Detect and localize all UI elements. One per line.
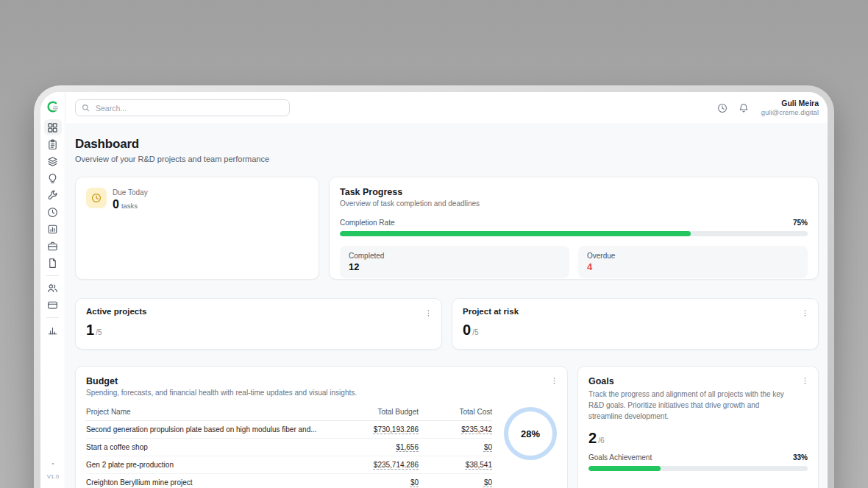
active-projects-title: Active projects bbox=[86, 307, 431, 316]
budget-total-cost: $0 bbox=[419, 478, 492, 487]
sidebar-item-billing[interactable] bbox=[44, 297, 62, 313]
completion-rate-label: Completion Rate bbox=[340, 219, 394, 227]
user-menu[interactable]: Guli Meira guli@creme.digital bbox=[761, 99, 819, 117]
completed-box: Completed 12 bbox=[340, 246, 569, 278]
sidebar-item-dashboard[interactable] bbox=[44, 119, 62, 135]
budget-title: Budget bbox=[86, 376, 557, 386]
budget-total-cost-link[interactable]: $0 bbox=[484, 478, 492, 487]
bar-chart-icon bbox=[47, 325, 58, 336]
sidebar-item-reports[interactable] bbox=[44, 221, 62, 237]
completion-rate-bar-fill bbox=[340, 231, 691, 236]
sidebar-divider bbox=[46, 275, 59, 276]
kebab-menu-icon[interactable] bbox=[800, 373, 811, 389]
due-today-badge bbox=[86, 188, 107, 208]
topbar: Guli Meira guli@creme.digital bbox=[66, 92, 828, 124]
sidebar-item-projects[interactable] bbox=[44, 153, 62, 169]
search-input[interactable] bbox=[94, 103, 283, 113]
budget-total-budget-link[interactable]: $235,714.286 bbox=[374, 461, 419, 469]
budget-table-body: Second generation propulsion plate based… bbox=[86, 421, 492, 488]
credit-card-icon bbox=[47, 300, 58, 311]
sidebar-divider bbox=[46, 317, 59, 318]
budget-project-name: Creighton Beryllium mine project bbox=[86, 478, 334, 487]
app-window: • V1.0 Guli Meira gul bbox=[40, 92, 828, 488]
goals-achievement-bar bbox=[588, 466, 808, 471]
kebab-menu-icon[interactable] bbox=[423, 305, 434, 322]
goals-achievement-value: 33% bbox=[793, 453, 808, 462]
budget-total-cost: $235,342 bbox=[419, 425, 492, 434]
budget-total-cost-link[interactable]: $38,541 bbox=[466, 461, 492, 469]
budget-total-cost-link[interactable]: $0 bbox=[484, 443, 492, 451]
bell-icon[interactable] bbox=[739, 103, 749, 113]
overdue-value: 4 bbox=[587, 261, 799, 272]
completion-rate-bar bbox=[340, 231, 808, 236]
project-at-risk-value: 0 bbox=[463, 322, 471, 338]
sidebar-item-tools[interactable] bbox=[44, 187, 62, 203]
kebab-menu-icon[interactable] bbox=[549, 373, 560, 389]
budget-total-budget: $1,656 bbox=[334, 443, 419, 451]
kebab-menu-icon[interactable] bbox=[800, 305, 811, 322]
budget-total-budget-link[interactable]: $730,193.286 bbox=[374, 425, 419, 434]
sidebar-item-documents[interactable] bbox=[44, 255, 62, 271]
page-subtitle: Overview of your R&D projects and team p… bbox=[75, 155, 819, 163]
clock-icon bbox=[47, 207, 58, 218]
document-icon bbox=[47, 258, 58, 269]
task-progress-subtitle: Overview of task completion and deadline… bbox=[340, 199, 808, 208]
completed-value: 12 bbox=[349, 261, 561, 272]
overdue-box: Overdue 4 bbox=[578, 246, 808, 278]
completion-rate-value: 75% bbox=[793, 219, 808, 227]
chart-board-icon bbox=[47, 224, 58, 235]
task-progress-title: Task Progress bbox=[340, 187, 808, 197]
active-projects-denominator: /5 bbox=[96, 328, 102, 336]
clock-icon bbox=[91, 193, 102, 203]
search-box[interactable] bbox=[75, 99, 290, 116]
due-today-label: Due Today bbox=[113, 188, 148, 197]
active-projects-value: 1 bbox=[86, 322, 94, 338]
goals-achievement-bar-fill bbox=[588, 466, 661, 471]
budget-total-cost: $0 bbox=[419, 443, 492, 451]
sidebar-status-dot: • bbox=[40, 460, 65, 467]
sidebar-item-tasks[interactable] bbox=[44, 136, 62, 152]
active-projects-card: Active projects 1/5 bbox=[75, 298, 442, 350]
sidebar-item-portfolio[interactable] bbox=[44, 238, 62, 254]
goals-denominator: /6 bbox=[598, 436, 604, 445]
sidebar-item-team[interactable] bbox=[44, 280, 62, 296]
budget-total-budget-link[interactable]: $0 bbox=[410, 478, 419, 487]
page-title: Dashboard bbox=[75, 137, 819, 152]
task-progress-card: Task Progress Overview of task completio… bbox=[329, 177, 819, 280]
creme-logo-icon bbox=[46, 99, 60, 114]
clipboard-icon bbox=[47, 139, 58, 150]
budget-percent-ring: 28% bbox=[504, 407, 557, 460]
budget-project-name: Gen 2 plate pre-production bbox=[86, 461, 334, 469]
column-project-name: Project Name bbox=[86, 408, 334, 416]
goals-achievement-label: Goals Achievement bbox=[588, 453, 652, 462]
project-at-risk-title: Project at risk bbox=[463, 307, 808, 316]
sidebar: • V1.0 bbox=[40, 92, 65, 488]
lightbulb-icon bbox=[47, 173, 58, 184]
user-name: Guli Meira bbox=[761, 99, 819, 108]
topbar-right: Guli Meira guli@creme.digital bbox=[717, 99, 819, 117]
search-icon bbox=[82, 104, 90, 112]
sidebar-item-analytics[interactable] bbox=[44, 322, 62, 338]
due-today-unit: tasks bbox=[121, 202, 138, 210]
budget-table-header: Project Name Total Budget Total Cost bbox=[86, 406, 492, 421]
sidebar-item-ideas[interactable] bbox=[44, 170, 62, 186]
main-content: Dashboard Overview of your R&D projects … bbox=[66, 125, 828, 488]
budget-total-budget: $235,714.286 bbox=[334, 461, 419, 469]
overdue-label: Overdue bbox=[587, 252, 799, 260]
app-version: V1.0 bbox=[40, 473, 65, 480]
budget-table-row: Start a coffee shop$1,656$0 bbox=[86, 439, 492, 456]
wrench-icon bbox=[47, 190, 58, 201]
budget-project-name: Start a coffee shop bbox=[86, 443, 334, 451]
history-clock-icon[interactable] bbox=[717, 103, 728, 113]
budget-total-budget-link[interactable]: $1,656 bbox=[396, 443, 419, 451]
budget-card: Budget Spending, forecasts, and financia… bbox=[75, 366, 568, 488]
budget-total-budget: $0 bbox=[334, 478, 419, 487]
sidebar-item-time[interactable] bbox=[44, 204, 62, 220]
budget-project-name: Second generation propulsion plate based… bbox=[86, 425, 334, 434]
dashboard-grid-icon bbox=[47, 122, 58, 133]
users-icon bbox=[47, 283, 58, 294]
column-total-cost: Total Cost bbox=[419, 408, 492, 416]
budget-total-cost-link[interactable]: $235,342 bbox=[461, 425, 492, 434]
layers-icon bbox=[47, 156, 58, 167]
due-today-value: 0 bbox=[113, 198, 119, 211]
